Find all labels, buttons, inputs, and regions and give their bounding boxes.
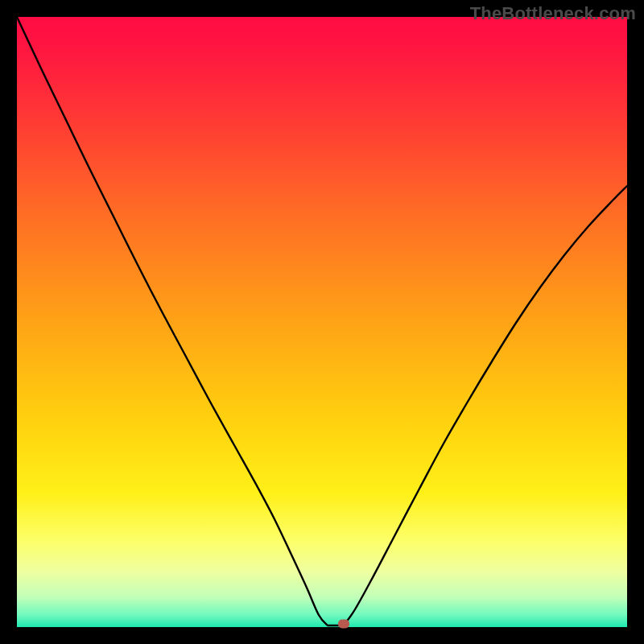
curve-path	[17, 17, 627, 625]
chart-frame: TheBottleneck.com	[0, 0, 644, 644]
bottleneck-curve	[17, 17, 627, 627]
minimum-marker	[338, 620, 349, 629]
watermark-text: TheBottleneck.com	[470, 3, 636, 24]
